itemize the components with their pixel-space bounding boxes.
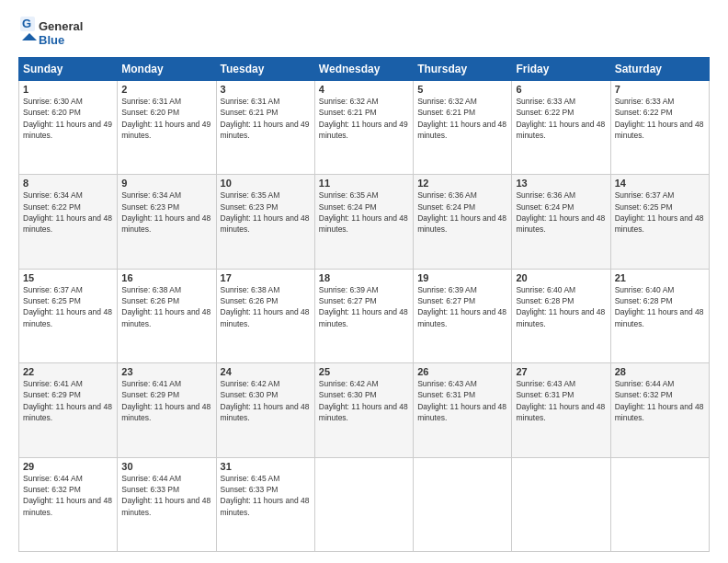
calendar-week-5: 29Sunrise: 6:44 AMSunset: 6:32 PMDayligh… [19,457,710,551]
day-number: 17 [221,272,311,283]
calendar-day-17: 17Sunrise: 6:38 AMSunset: 6:26 PMDayligh… [216,269,314,362]
day-info: Sunrise: 6:37 AMSunset: 6:25 PMDaylight:… [615,190,704,234]
calendar-day-7: 7Sunrise: 6:33 AMSunset: 6:22 PMDaylight… [610,81,709,175]
calendar-header-sunday: Sunday [19,58,118,81]
day-info: Sunrise: 6:36 AMSunset: 6:24 PMDaylight:… [516,190,605,234]
day-number: 19 [417,272,507,283]
calendar-header-tuesday: Tuesday [216,58,314,81]
calendar-day-30: 30Sunrise: 6:44 AMSunset: 6:33 PMDayligh… [118,457,216,551]
calendar-week-4: 22Sunrise: 6:41 AMSunset: 6:29 PMDayligh… [19,363,710,457]
calendar-header-row: SundayMondayTuesdayWednesdayThursdayFrid… [19,58,710,81]
calendar-day-13: 13Sunrise: 6:36 AMSunset: 6:24 PMDayligh… [512,175,610,269]
calendar-day-22: 22Sunrise: 6:41 AMSunset: 6:29 PMDayligh… [19,363,118,457]
day-number: 22 [23,366,113,377]
day-info: Sunrise: 6:34 AMSunset: 6:23 PMDaylight:… [121,190,210,234]
day-number: 5 [417,84,507,95]
calendar-day-10: 10Sunrise: 6:35 AMSunset: 6:23 PMDayligh… [216,175,314,269]
calendar-day-26: 26Sunrise: 6:43 AMSunset: 6:31 PMDayligh… [414,363,512,457]
empty-cell [610,457,709,551]
calendar-day-4: 4Sunrise: 6:32 AMSunset: 6:21 PMDaylight… [314,81,413,175]
day-number: 1 [23,84,113,95]
day-number: 7 [615,84,705,95]
svg-text:G: G [22,17,31,30]
calendar-day-9: 9Sunrise: 6:34 AMSunset: 6:23 PMDaylight… [118,175,216,269]
calendar-day-11: 11Sunrise: 6:35 AMSunset: 6:24 PMDayligh… [314,175,413,269]
day-number: 28 [615,366,705,377]
day-info: Sunrise: 6:30 AMSunset: 6:20 PMDaylight:… [23,97,112,140]
day-number: 14 [615,178,705,189]
day-info: Sunrise: 6:42 AMSunset: 6:30 PMDaylight:… [319,379,408,422]
calendar-day-1: 1Sunrise: 6:30 AMSunset: 6:20 PMDaylight… [19,81,118,175]
day-info: Sunrise: 6:38 AMSunset: 6:26 PMDaylight:… [121,285,210,328]
day-info: Sunrise: 6:33 AMSunset: 6:22 PMDaylight:… [615,97,704,140]
day-number: 11 [319,178,409,189]
calendar-day-23: 23Sunrise: 6:41 AMSunset: 6:29 PMDayligh… [118,363,216,457]
day-info: Sunrise: 6:32 AMSunset: 6:21 PMDaylight:… [319,97,408,140]
calendar-day-14: 14Sunrise: 6:37 AMSunset: 6:25 PMDayligh… [610,175,709,269]
calendar-day-20: 20Sunrise: 6:40 AMSunset: 6:28 PMDayligh… [512,269,610,362]
day-info: Sunrise: 6:37 AMSunset: 6:25 PMDaylight:… [23,285,112,328]
empty-cell [314,457,413,551]
day-number: 20 [516,272,606,283]
day-number: 29 [23,461,113,472]
day-info: Sunrise: 6:41 AMSunset: 6:29 PMDaylight:… [23,379,112,422]
calendar-header-thursday: Thursday [414,58,512,81]
day-number: 18 [319,272,409,283]
day-info: Sunrise: 6:40 AMSunset: 6:28 PMDaylight:… [516,285,605,328]
calendar-day-19: 19Sunrise: 6:39 AMSunset: 6:27 PMDayligh… [414,269,512,362]
day-info: Sunrise: 6:44 AMSunset: 6:32 PMDaylight:… [615,379,704,422]
calendar-day-18: 18Sunrise: 6:39 AMSunset: 6:27 PMDayligh… [314,269,413,362]
logo: General Blue G [18,15,83,50]
calendar-day-5: 5Sunrise: 6:32 AMSunset: 6:21 PMDaylight… [414,81,512,175]
day-number: 26 [417,366,507,377]
day-number: 6 [516,84,606,95]
day-info: Sunrise: 6:41 AMSunset: 6:29 PMDaylight:… [121,379,210,422]
day-info: Sunrise: 6:32 AMSunset: 6:21 PMDaylight:… [417,97,506,140]
day-info: Sunrise: 6:45 AMSunset: 6:33 PMDaylight:… [221,474,310,517]
page: General Blue G SundayMondayTuesdayWednes… [0,0,728,563]
svg-text:General: General [39,19,83,33]
calendar-day-15: 15Sunrise: 6:37 AMSunset: 6:25 PMDayligh… [19,269,118,362]
calendar-day-29: 29Sunrise: 6:44 AMSunset: 6:32 PMDayligh… [19,457,118,551]
day-info: Sunrise: 6:35 AMSunset: 6:23 PMDaylight:… [221,190,310,234]
day-info: Sunrise: 6:35 AMSunset: 6:24 PMDaylight:… [319,190,408,234]
day-number: 25 [319,366,409,377]
calendar-week-1: 1Sunrise: 6:30 AMSunset: 6:20 PMDaylight… [19,81,710,175]
calendar-day-21: 21Sunrise: 6:40 AMSunset: 6:28 PMDayligh… [610,269,709,362]
day-info: Sunrise: 6:33 AMSunset: 6:22 PMDaylight:… [516,97,605,140]
day-info: Sunrise: 6:36 AMSunset: 6:24 PMDaylight:… [417,190,506,234]
day-info: Sunrise: 6:31 AMSunset: 6:21 PMDaylight:… [221,97,310,140]
calendar-day-25: 25Sunrise: 6:42 AMSunset: 6:30 PMDayligh… [314,363,413,457]
calendar-day-28: 28Sunrise: 6:44 AMSunset: 6:32 PMDayligh… [610,363,709,457]
day-number: 13 [516,178,606,189]
calendar-week-3: 15Sunrise: 6:37 AMSunset: 6:25 PMDayligh… [19,269,710,362]
day-info: Sunrise: 6:42 AMSunset: 6:30 PMDaylight:… [221,379,310,422]
empty-cell [512,457,610,551]
calendar-day-2: 2Sunrise: 6:31 AMSunset: 6:20 PMDaylight… [118,81,216,175]
day-number: 23 [121,366,211,377]
day-info: Sunrise: 6:31 AMSunset: 6:20 PMDaylight:… [121,97,210,140]
day-info: Sunrise: 6:43 AMSunset: 6:31 PMDaylight:… [417,379,506,422]
calendar-header-monday: Monday [118,58,216,81]
calendar-day-27: 27Sunrise: 6:43 AMSunset: 6:31 PMDayligh… [512,363,610,457]
calendar-day-12: 12Sunrise: 6:36 AMSunset: 6:24 PMDayligh… [414,175,512,269]
day-info: Sunrise: 6:43 AMSunset: 6:31 PMDaylight:… [516,379,605,422]
calendar-day-3: 3Sunrise: 6:31 AMSunset: 6:21 PMDaylight… [216,81,314,175]
day-number: 15 [23,272,113,283]
day-number: 31 [221,461,311,472]
calendar-day-16: 16Sunrise: 6:38 AMSunset: 6:26 PMDayligh… [118,269,216,362]
header: General Blue G [18,15,710,50]
day-info: Sunrise: 6:38 AMSunset: 6:26 PMDaylight:… [221,285,310,328]
calendar-week-2: 8Sunrise: 6:34 AMSunset: 6:22 PMDaylight… [19,175,710,269]
svg-text:Blue: Blue [39,33,64,47]
calendar-header-wednesday: Wednesday [314,58,413,81]
day-number: 24 [221,366,311,377]
calendar-header-friday: Friday [512,58,610,81]
day-number: 3 [221,84,311,95]
day-number: 9 [121,178,211,189]
day-info: Sunrise: 6:44 AMSunset: 6:33 PMDaylight:… [121,474,210,517]
day-number: 30 [121,461,211,472]
day-number: 8 [23,178,113,189]
day-number: 4 [319,84,409,95]
svg-marker-4 [22,33,37,40]
